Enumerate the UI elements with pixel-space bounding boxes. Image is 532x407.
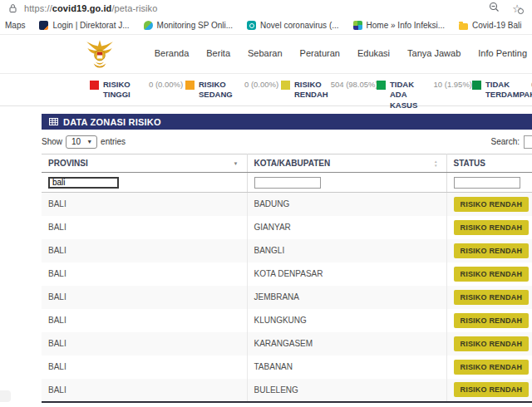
cell-provinsi: BALI	[42, 379, 247, 402]
legend-label: RISIKO SEDANG	[199, 80, 242, 101]
entries-select[interactable]: 10 ▼	[66, 135, 97, 149]
nav-item[interactable]: Info Penting	[478, 48, 527, 58]
legend-label: TIDAK ADA KASUS	[390, 80, 431, 110]
cell-status: RISIKO RENDAH	[446, 356, 532, 379]
table-header-row: PROVINSI KOTA/KABUPATEN STATUS	[42, 154, 532, 173]
favorites-star-icon[interactable]: ☆	[512, 3, 522, 14]
table-row: BALI TABANAN RISIKO RENDAH	[42, 356, 532, 379]
risk-legend: RISIKO TINGGI 0 (0.00%) RISIKO SEDANG 0 …	[0, 73, 532, 106]
table-row: BALI GIANYAR RISIKO RENDAH	[42, 216, 532, 239]
bookmark-item[interactable]: Monitoring SP Onli...	[144, 21, 234, 30]
nav-item[interactable]: Beranda	[155, 48, 190, 58]
url-text[interactable]: https://covid19.go.id/peta-risiko	[24, 3, 482, 13]
status-badge: RISIKO RENDAH	[454, 382, 530, 397]
bookmark-item[interactable]: Home » Info Infeksi...	[353, 21, 446, 30]
bookmark-item[interactable]: Maps	[5, 21, 25, 30]
cell-provinsi: BALI	[42, 216, 247, 239]
folder-icon	[459, 23, 468, 30]
data-zonasi-panel: DATA ZONASI RISIKO Show 10 ▼ entries Sea…	[42, 114, 532, 403]
panel-title-bar: DATA ZONASI RISIKO	[42, 114, 532, 130]
search-control: Search:	[491, 135, 532, 149]
status-badge: RISIKO RENDAH	[454, 243, 530, 258]
column-header-status[interactable]: STATUS	[446, 154, 532, 173]
monitor-icon	[144, 21, 153, 30]
nav-item[interactable]: Sebaran	[248, 48, 283, 58]
cell-status: RISIKO RENDAH	[446, 379, 532, 402]
legend-label: TIDAK TERDAMPAK	[485, 80, 529, 101]
cell-status: RISIKO RENDAH	[446, 286, 532, 309]
cell-kota: KOTA DENPASAR	[247, 262, 446, 286]
cell-kota: GIANYAR	[247, 216, 446, 239]
entries-label: entries	[101, 137, 126, 146]
legend-count: 0 (0.00%)	[244, 80, 278, 89]
url-domain: covid19.go.id	[52, 3, 112, 13]
legend-count: 0 (0.00%)	[149, 80, 183, 89]
cell-provinsi: BALI	[42, 262, 247, 286]
table-grid-icon	[49, 117, 58, 127]
table-body: BALI BADUNG RISIKO RENDAH BALI GIANYAR R…	[42, 193, 532, 402]
corona-icon	[247, 21, 256, 30]
status-badge: RISIKO RENDAH	[454, 360, 530, 375]
cell-kota: JEMBRANA	[247, 286, 446, 309]
cell-kota: KARANGASEM	[247, 332, 446, 356]
entries-selected-value: 10	[71, 137, 81, 146]
nav-item[interactable]: Tanya Jawab	[407, 48, 461, 58]
status-badge: RISIKO RENDAH	[454, 197, 530, 212]
bookmark-label: Maps	[5, 21, 25, 30]
legend-color-swatch	[472, 81, 481, 90]
table-row: BALI BADUNG RISIKO RENDAH	[42, 193, 532, 216]
bookmarks-bar: Maps Login | Direktorat J... Monitoring …	[0, 17, 532, 35]
zoom-out-icon[interactable]	[489, 1, 500, 16]
bookmark-label: Monitoring SP Onli...	[157, 21, 234, 30]
bookmark-label: Home » Info Infeksi...	[367, 21, 446, 30]
cell-kota: BADUNG	[247, 193, 446, 216]
table-row: BALI BULELENG RISIKO RENDAH	[42, 379, 532, 402]
kota-filter-input[interactable]	[254, 177, 321, 189]
status-badge: RISIKO RENDAH	[454, 290, 530, 305]
bookmark-item[interactable]: Covid-19 Bali	[459, 21, 521, 30]
column-header-kota[interactable]: KOTA/KABUPATEN	[247, 154, 446, 173]
cell-provinsi: BALI	[42, 309, 247, 332]
legend-label: RISIKO TINGGI	[103, 80, 146, 101]
cell-status: RISIKO RENDAH	[446, 262, 532, 286]
table-row: BALI KARANGASEM RISIKO RENDAH	[42, 332, 532, 356]
risk-zone-table: PROVINSI KOTA/KABUPATEN STATUS BALI BADU…	[42, 154, 532, 403]
status-badge: RISIKO RENDAH	[454, 313, 530, 328]
legend-color-swatch	[281, 81, 290, 90]
cell-status: RISIKO RENDAH	[446, 239, 532, 262]
cell-status: RISIKO RENDAH	[446, 216, 532, 239]
legend-color-swatch	[185, 81, 195, 90]
home-icon	[353, 21, 362, 30]
table-row: BALI KLUNGKUNG RISIKO RENDAH	[42, 309, 532, 332]
site-header: Beranda Berita Sebaran Peraturan Edukasi…	[0, 35, 532, 73]
status-filter-input[interactable]	[454, 177, 520, 189]
bookmark-label: Novel coronavirus (...	[260, 21, 338, 30]
legend-item: TIDAK TERDAMPAK 0 (0.00%)	[472, 80, 532, 105]
table-row: BALI BANGLI RISIKO RENDAH	[42, 239, 532, 262]
provinsi-filter-input[interactable]	[48, 177, 119, 189]
status-badge: RISIKO RENDAH	[454, 336, 530, 351]
chevron-down-icon: ▼	[86, 139, 92, 145]
bookmark-item[interactable]: Novel coronavirus (...	[247, 21, 338, 30]
nav-item[interactable]: Peraturan	[300, 48, 340, 58]
nav-item[interactable]: Berita	[206, 48, 230, 58]
cell-provinsi: BALI	[42, 356, 247, 379]
address-bar[interactable]: https://covid19.go.id/peta-risiko ☆	[0, 0, 532, 17]
cell-provinsi: BALI	[42, 332, 247, 356]
login-icon	[39, 21, 48, 30]
legend-item: TIDAK ADA KASUS 10 (1.95%)	[377, 80, 472, 105]
status-badge: RISIKO RENDAH	[454, 220, 530, 235]
column-header-provinsi[interactable]: PROVINSI	[42, 154, 247, 173]
show-label: Show	[42, 137, 62, 146]
lock-icon	[8, 3, 17, 13]
cell-provinsi: BALI	[42, 286, 247, 309]
nav-item[interactable]: Edukasi	[357, 48, 390, 58]
main-nav: Beranda Berita Sebaran Peraturan Edukasi…	[155, 48, 527, 58]
panel-title: DATA ZONASI RISIKO	[63, 117, 161, 127]
legend-item: RISIKO RENDAH 504 (98.05%)	[281, 80, 377, 105]
table-row: BALI KOTA DENPASAR RISIKO RENDAH	[42, 262, 532, 286]
legend-label: RISIKO RENDAH	[294, 80, 328, 101]
cell-status: RISIKO RENDAH	[446, 332, 532, 356]
bookmark-item[interactable]: Login | Direktorat J...	[39, 21, 129, 30]
search-input[interactable]	[524, 135, 532, 149]
